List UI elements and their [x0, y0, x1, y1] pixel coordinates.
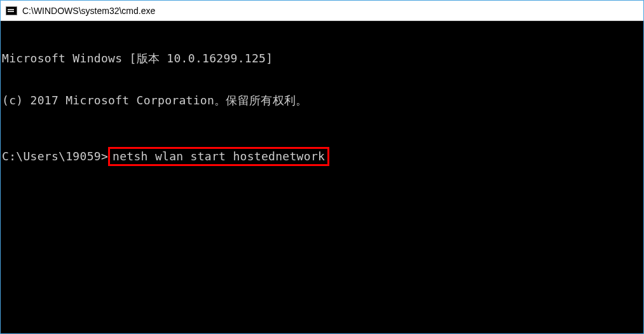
terminal-prompt: C:\Users\19059> — [2, 150, 108, 164]
cmd-window: C:\WINDOWS\system32\cmd.exe Microsoft Wi… — [0, 0, 644, 334]
prompt-line: C:\Users\19059>netsh wlan start hostedne… — [2, 147, 642, 166]
terminal-body[interactable]: Microsoft Windows [版本 10.0.16299.125] (c… — [1, 21, 643, 333]
window-title: C:\WINDOWS\system32\cmd.exe — [22, 6, 155, 16]
terminal-line-copyright: (c) 2017 Microsoft Corporation。保留所有权利。 — [2, 94, 642, 108]
terminal-command[interactable]: netsh wlan start hostednetwork — [113, 150, 325, 163]
titlebar[interactable]: C:\WINDOWS\system32\cmd.exe — [1, 1, 643, 21]
command-highlight: netsh wlan start hostednetwork — [108, 147, 329, 166]
cmd-icon — [6, 6, 17, 15]
terminal-line-version: Microsoft Windows [版本 10.0.16299.125] — [2, 52, 642, 66]
